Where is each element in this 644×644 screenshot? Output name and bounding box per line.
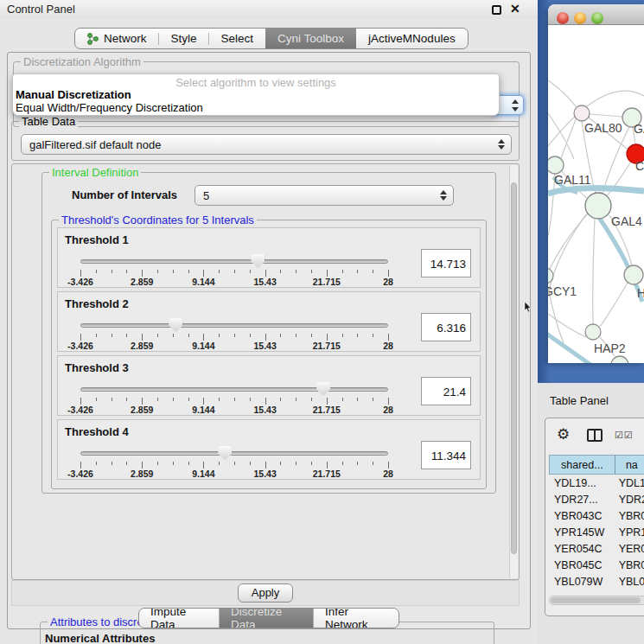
numerical-attributes-label: Numerical Attributes [45,632,155,644]
table-data-combobox[interactable]: galFiltered.sif default node [21,134,512,155]
number-of-intervals-combobox[interactable]: 5 [194,185,454,206]
tab-network[interactable]: Network [75,29,159,48]
control-panel-titlebar: Control Panel ✕ [0,0,538,19]
node-gal4[interactable] [585,193,611,219]
float-window-icon[interactable] [492,5,501,15]
threshold-3-panel: Threshold 3 -3.4262.859 9.14415.43 21.71… [57,355,481,416]
slider-thumb[interactable] [169,318,182,332]
node-hap2[interactable] [585,324,601,340]
slider-ticks [80,462,388,469]
control-panel: Control Panel ✕ Network Style Select Cyn… [0,0,538,644]
threshold-1-slider[interactable]: -3.4262.859 9.14415.43 21.71528 [80,252,388,285]
threshold-3-value-field[interactable]: 21.4 [421,377,471,405]
network-icon [87,33,99,45]
slider-track[interactable] [80,387,388,392]
network-graph: GAL80 GA C GAL11 GAL4 GCY1 H HAP2 [548,26,644,363]
popup-item-manual-discretization[interactable]: Manual Discretization [13,88,499,101]
popup-item-equal-width-frequency[interactable]: Equal Width/Frequency Discretization [13,101,499,114]
close-traffic-light-icon[interactable] [557,12,569,24]
combo-stepper-icon [498,138,505,150]
interval-definition-group: Interval Definition Number of Intervals … [41,172,496,494]
network-canvas[interactable]: GAL80 GA C GAL11 GAL4 GCY1 H HAP2 [548,26,644,363]
slider-track[interactable] [80,451,388,456]
algorithm-dropdown-popup: Select algorithm to view settings Manual… [12,73,500,116]
threshold-1-label: Threshold 1 [65,233,129,246]
threshold-2-label: Threshold 2 [65,297,129,310]
table-data-label: Table Data [19,115,78,128]
slider-ticks [80,270,388,277]
tab-infer-network[interactable]: Infer Network [314,609,399,628]
label-gal4: GAL4 [611,214,642,228]
zoom-traffic-light-icon[interactable] [591,12,603,24]
table-header-row: shared... na [549,455,644,475]
slider-thumb[interactable] [218,446,232,460]
table-row[interactable]: YDR27...YDR2 [549,491,644,507]
table-panel-title: Table Panel [550,394,609,407]
discretization-algorithm-label: Discretization Algorithm [21,55,143,68]
cyni-toolbox-panel: Discretization Algorithm Table Data galF… [7,52,531,629]
table-row[interactable]: YLR345WYLR3 [549,590,644,593]
mouse-cursor [524,302,532,313]
label-h-partial: H [637,286,644,300]
slider-thumb[interactable] [316,382,330,396]
threshold-2-slider[interactable]: -3.4262.859 9.14415.43 21.71528 [80,316,388,349]
table-row[interactable]: YER054CYER0 [549,540,644,557]
table-horizontal-scrollbar[interactable] [549,596,644,605]
node-partial-bottom[interactable] [611,356,628,363]
slider-thumb[interactable] [251,254,265,268]
threshold-2-panel: Threshold 2 -3.4262.859 9.14415.43 21.71… [57,291,481,352]
threshold-4-value-field[interactable]: 11.344 [421,441,471,469]
slider-track[interactable] [80,259,388,264]
tab-cyni-toolbox[interactable]: Cyni Toolbox [265,29,356,48]
network-window-titlebar[interactable] [548,4,644,25]
bottom-tab-bar: Impute Data Discretize Data Infer Networ… [138,608,399,628]
label-c-partial: C [635,159,644,173]
tab-style[interactable]: Style [159,29,209,48]
threshold-4-label: Threshold 4 [65,425,129,438]
column-header-name[interactable]: na [615,455,644,475]
close-icon[interactable]: ✕ [510,2,520,16]
node-gal80[interactable] [574,105,590,121]
threshold-3-label: Threshold 3 [65,361,129,374]
threshold-4-panel: Threshold 4 -3.4262.859 9.14415.43 21.71… [57,419,481,480]
tab-discretize-data[interactable]: Discretize Data [220,609,314,628]
slider-ticks [80,398,388,405]
select-columns-icon[interactable]: ☑☑ [615,430,634,441]
label-gal80: GAL80 [584,121,622,135]
table-data-group: Table Data galFiltered.sif default node [11,121,520,161]
column-header-shared-name[interactable]: shared... [549,455,615,475]
tab-jactivemnodules[interactable]: jActiveMNodules [356,29,468,48]
popup-prompt-item: Select algorithm to view settings [13,74,499,88]
slider-ticks [80,334,388,341]
minimize-traffic-light-icon[interactable] [574,12,586,24]
columns-icon[interactable] [587,429,603,442]
gear-icon[interactable]: ⚙ [557,427,570,442]
table-row[interactable]: YDL19...YDL1 [549,475,644,491]
top-tab-bar: Network Style Select Cyni Toolbox jActiv… [74,28,469,49]
slider-track[interactable] [80,323,388,328]
threshold-2-value-field[interactable]: 6.316 [421,313,471,341]
network-view-window: GAL80 GA C GAL11 GAL4 GCY1 H HAP2 [548,4,644,363]
table-row[interactable]: YBL079WYBL0 [549,573,644,590]
thresholds-group: Threshold's Coordinates for 5 Intervals … [51,220,487,489]
table-row[interactable]: YBR043CYBR0 [549,507,644,524]
table-row[interactable]: YBR045CYBR0 [549,557,644,573]
threshold-1-value-field[interactable]: 14.713 [421,249,471,277]
node-table: shared... na YDL19...YDL1 YDR27...YDR2 Y… [549,455,644,593]
settings-scroll-panel: Interval Definition Number of Intervals … [11,163,520,580]
label-ga-partial: GA [634,122,644,136]
label-gcy1: GCY1 [548,284,577,298]
table-row[interactable]: YPR145WYPR1 [549,524,644,540]
panel-scrollbar[interactable] [509,165,518,578]
threshold-4-slider[interactable]: -3.4262.859 9.14415.43 21.71528 [80,444,388,477]
threshold-1-panel: Threshold 1 -3.4262.859 9.14415.43 21.71… [57,227,481,288]
tab-select[interactable]: Select [209,29,266,48]
threshold-3-slider[interactable]: -3.4262.859 9.14415.43 21.71528 [80,380,388,413]
table-panel-box: ⚙ ☑☑ shared... na YDL19...YDL1 YDR27...Y… [545,418,644,616]
node-gcy1[interactable] [548,268,553,284]
tab-impute-data[interactable]: Impute Data [139,609,220,628]
node-gal11[interactable] [548,156,564,174]
node-h[interactable] [624,265,643,284]
interval-definition-label: Interval Definition [49,166,141,179]
apply-button[interactable]: Apply [238,583,293,603]
